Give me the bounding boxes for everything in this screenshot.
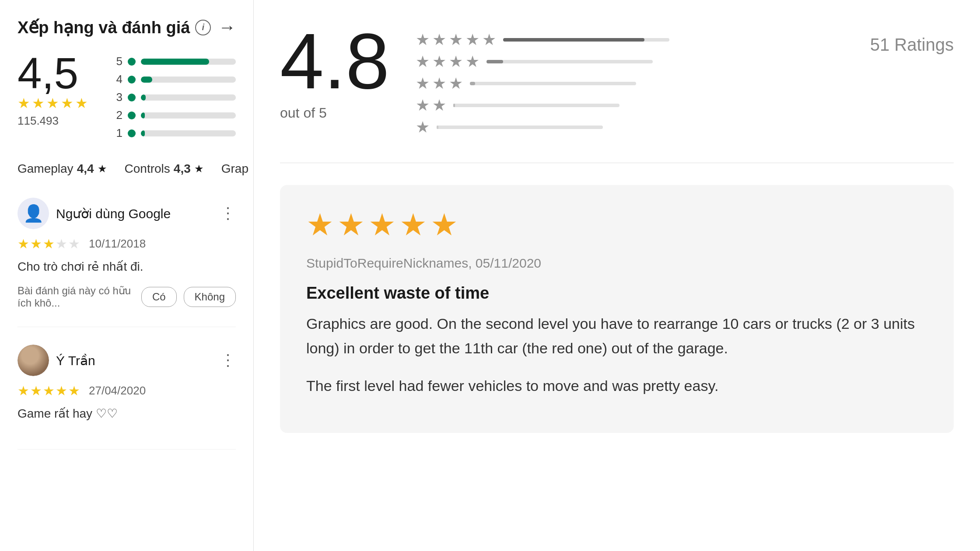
r1-star-2: ★: [30, 236, 42, 251]
graphics-label: Grap: [221, 162, 248, 176]
bar-label-2: 2: [114, 108, 122, 122]
avatar-person-icon: 👤: [23, 204, 44, 223]
bar-dot-3: [128, 94, 136, 101]
star-2: ★: [32, 95, 45, 112]
review-body-p2: The first level had fewer vehicles to mo…: [306, 373, 928, 398]
avatar-1: 👤: [18, 198, 49, 229]
top-stats: 4.8 out of 5 ★ ★ ★ ★ ★ ★ ★: [280, 22, 954, 163]
right-bar-track-2: [453, 104, 620, 107]
r1-star-3: ★: [43, 236, 55, 251]
review-right-stars: ★ ★ ★ ★ ★: [306, 207, 928, 243]
review-card-1: 👤 Người dùng Google ⋮ ★ ★ ★ ★ ★ 10/11/20…: [18, 198, 236, 327]
review-stars-1: ★ ★ ★ ★ ★: [18, 236, 80, 251]
right-star-3-2: ★: [432, 74, 446, 93]
bar-label-1: 1: [114, 126, 122, 140]
bar-row-4: 4: [114, 73, 236, 86]
helpful-row-1: Bài đánh giá này có hữu ích khô... Có Kh…: [18, 285, 236, 309]
right-star-5-3: ★: [449, 31, 463, 49]
more-options-2[interactable]: ⋮: [220, 351, 236, 370]
right-rating-details: ★ ★ ★ ★ ★ ★ ★ ★ ★: [416, 22, 844, 145]
right-bar-fill-1: [437, 126, 438, 129]
review-stars-2: ★ ★ ★ ★ ★: [18, 383, 80, 398]
review-stars-date-1: ★ ★ ★ ★ ★ 10/11/2018: [18, 236, 236, 251]
right-star-5-2: ★: [432, 31, 446, 49]
bar-row-2: 2: [114, 108, 236, 122]
controls-star: ★: [194, 163, 204, 175]
info-icon[interactable]: i: [195, 20, 211, 35]
bar-dot-1: [128, 129, 136, 137]
helpful-yes-button[interactable]: Có: [141, 287, 177, 307]
bar-row-1: 1: [114, 126, 236, 140]
review-stars-date-2: ★ ★ ★ ★ ★ 27/04/2020: [18, 383, 236, 398]
bar-track-2: [141, 112, 236, 119]
right-star-2-2: ★: [432, 96, 446, 115]
bar-dot-2: [128, 112, 136, 119]
r2-star-2: ★: [30, 383, 42, 398]
bar-row-3: 3: [114, 91, 236, 104]
right-big-score: 4.8: [280, 22, 389, 101]
right-star-5-1: ★: [416, 31, 430, 49]
right-bar-row-5: ★ ★ ★ ★ ★: [416, 31, 844, 49]
star-5-half: ★★: [75, 95, 101, 112]
right-stars-grid: ★ ★ ★ ★ ★ ★ ★ ★ ★: [416, 31, 844, 136]
bar-fill-1: [141, 130, 145, 136]
right-bar-fill-5: [503, 38, 644, 42]
review-text-2: Game rất hay ♡♡: [18, 405, 236, 423]
right-star-3-1: ★: [416, 74, 430, 93]
controls-rating: Controls 4,3 ★: [125, 162, 204, 176]
controls-score: 4,3: [174, 162, 191, 176]
bar-dot-4: [128, 76, 136, 84]
right-star-3-3: ★: [449, 74, 463, 93]
helpful-no-button[interactable]: Không: [184, 287, 236, 307]
right-bar-row-1: ★: [416, 118, 844, 136]
review-text-1: Cho trò chơi rẻ nhất đi.: [18, 258, 236, 276]
star-1: ★: [18, 95, 30, 112]
rr-star-5: ★: [430, 207, 458, 243]
reviewer-meta: StupidToRequireNicknames, 05/11/2020: [306, 256, 928, 271]
star-4: ★: [61, 95, 74, 112]
gameplay-label: Gameplay: [18, 162, 74, 176]
right-star-4-4: ★: [466, 52, 480, 71]
star-3: ★: [46, 95, 59, 112]
right-bar-fill-4: [486, 60, 503, 63]
bar-track-1: [141, 130, 236, 136]
right-bar-track-1: [437, 126, 603, 129]
section-title-group: Xếp hạng và đánh giá i: [18, 18, 211, 37]
review-date-1: 10/11/2018: [89, 237, 146, 251]
bar-fill-4: [141, 77, 152, 83]
navigate-arrow-icon[interactable]: →: [218, 17, 236, 37]
bar-label-4: 4: [114, 73, 122, 86]
rr-star-3: ★: [368, 207, 396, 243]
rating-overview: 4,5 ★ ★ ★ ★ ★★ 115.493 5 4: [18, 51, 236, 144]
right-bar-track-5: [503, 38, 669, 42]
more-options-1[interactable]: ⋮: [220, 204, 236, 223]
right-bar-track-4: [486, 60, 653, 63]
bar-fill-3: [141, 94, 146, 101]
bar-track-5: [141, 59, 236, 65]
ratings-count-right: 51 Ratings: [870, 35, 954, 55]
out-of-text: out of 5: [280, 105, 389, 121]
reviewer-info-2: Ý Trần: [18, 345, 95, 376]
graphics-rating: Grap: [221, 162, 248, 176]
category-ratings: Gameplay 4,4 ★ Controls 4,3 ★ Grap: [18, 162, 236, 176]
section-header: Xếp hạng và đánh giá i →: [18, 17, 236, 37]
r2-star-4: ★: [56, 383, 67, 398]
right-bar-fill-2: [453, 104, 455, 107]
bar-label-5: 5: [114, 55, 122, 68]
right-score-group: 4.8 out of 5: [280, 22, 389, 121]
right-star-4-3: ★: [449, 52, 463, 71]
reviewer-name-2: Ý Trần: [56, 353, 95, 368]
right-bar-track-3: [470, 82, 636, 85]
review-right: ★ ★ ★ ★ ★ StupidToRequireNicknames, 05/1…: [280, 185, 954, 433]
overall-score: 4,5: [18, 51, 101, 95]
review-right-body: Graphics are good. On the second level y…: [306, 311, 928, 398]
rr-star-4: ★: [399, 207, 427, 243]
r1-star-4: ★: [56, 236, 67, 251]
bar-track-4: [141, 77, 236, 83]
right-star-5-5: ★: [482, 31, 496, 49]
rr-star-1: ★: [306, 207, 334, 243]
big-score-left: 4,5 ★ ★ ★ ★ ★★ 115.493: [18, 51, 101, 128]
bar-track-3: [141, 94, 236, 101]
controls-label: Controls: [125, 162, 170, 176]
right-star-4-2: ★: [432, 52, 446, 71]
